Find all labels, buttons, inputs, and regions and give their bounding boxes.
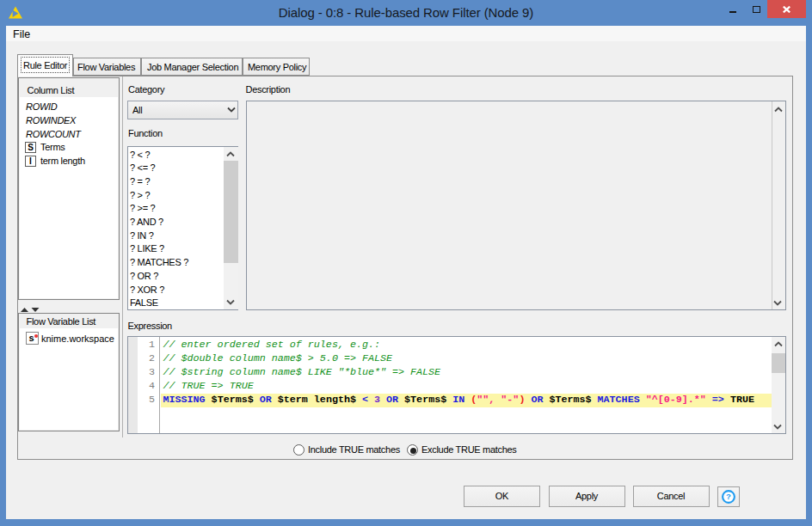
svg-text:?: ? bbox=[726, 492, 731, 501]
